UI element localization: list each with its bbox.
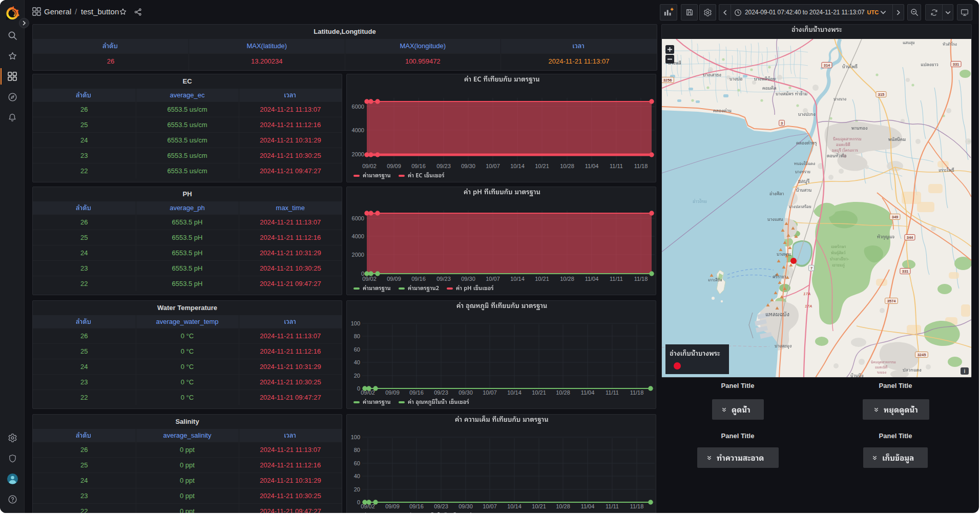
- svg-text:3245: 3245: [918, 353, 926, 357]
- svg-text:09/09: 09/09: [385, 503, 400, 509]
- svg-text:09/02: 09/02: [362, 163, 377, 169]
- svg-text:09/30: 09/30: [458, 389, 473, 396]
- svg-text:10/28: 10/28: [556, 503, 570, 509]
- svg-text:100: 100: [351, 320, 360, 326]
- svg-text:20: 20: [354, 373, 360, 379]
- svg-text:60: 60: [354, 346, 360, 353]
- svg-text:2000: 2000: [352, 151, 364, 157]
- svg-text:11/18: 11/18: [634, 276, 648, 282]
- svg-text:10/07: 10/07: [483, 503, 497, 509]
- svg-text:11/04: 11/04: [581, 503, 595, 509]
- svg-text:40: 40: [354, 473, 360, 479]
- svg-text:09/23: 09/23: [434, 503, 448, 509]
- svg-text:10/28: 10/28: [560, 163, 574, 169]
- svg-text:10/07: 10/07: [486, 276, 500, 282]
- svg-text:10/07: 10/07: [486, 163, 500, 169]
- svg-text:17A: 17A: [805, 304, 812, 309]
- svg-text:331: 331: [902, 269, 909, 274]
- svg-text:344: 344: [907, 235, 913, 240]
- svg-text:6000: 6000: [352, 104, 364, 110]
- svg-text:11/11: 11/11: [610, 276, 623, 282]
- svg-text:09/09: 09/09: [387, 276, 401, 282]
- svg-text:4000: 4000: [352, 127, 364, 133]
- svg-text:10/21: 10/21: [535, 163, 549, 169]
- svg-text:10/28: 10/28: [560, 276, 574, 282]
- svg-text:10/21: 10/21: [532, 503, 546, 509]
- svg-text:3574: 3574: [887, 299, 896, 303]
- svg-text:11/04: 11/04: [581, 389, 595, 396]
- svg-text:0: 0: [357, 499, 360, 505]
- svg-text:2000: 2000: [352, 252, 364, 258]
- svg-text:10/14: 10/14: [507, 503, 522, 509]
- svg-text:10/21: 10/21: [535, 276, 549, 282]
- svg-text:10/14: 10/14: [510, 276, 525, 282]
- svg-text:10/28: 10/28: [556, 389, 570, 396]
- svg-text:331: 331: [953, 62, 960, 67]
- svg-text:11/18: 11/18: [634, 163, 648, 169]
- svg-text:80: 80: [354, 447, 360, 453]
- svg-text:09/02: 09/02: [362, 276, 377, 282]
- svg-text:11/18: 11/18: [630, 503, 644, 509]
- svg-text:11/11: 11/11: [606, 389, 619, 396]
- svg-text:4000: 4000: [352, 233, 364, 239]
- svg-text:09/30: 09/30: [458, 503, 473, 509]
- svg-text:100: 100: [351, 434, 360, 440]
- svg-text:09/16: 09/16: [411, 276, 426, 282]
- svg-text:11/11: 11/11: [606, 503, 619, 509]
- svg-text:10/21: 10/21: [532, 389, 546, 396]
- svg-text:09/16: 09/16: [411, 163, 426, 169]
- svg-text:40: 40: [354, 359, 360, 365]
- svg-text:09/23: 09/23: [436, 163, 451, 169]
- svg-text:80: 80: [354, 333, 360, 339]
- svg-text:3: 3: [781, 121, 783, 126]
- svg-text:315: 315: [878, 92, 885, 97]
- svg-text:09/23: 09/23: [434, 389, 448, 396]
- svg-text:11/18: 11/18: [630, 389, 644, 396]
- svg-text:09/16: 09/16: [409, 503, 424, 509]
- svg-text:10/07: 10/07: [483, 389, 497, 396]
- svg-text:17A: 17A: [803, 292, 810, 296]
- svg-text:11/11: 11/11: [610, 163, 623, 169]
- svg-text:i: i: [964, 368, 966, 374]
- svg-text:09/30: 09/30: [461, 163, 475, 169]
- svg-text:09/09: 09/09: [385, 389, 400, 396]
- svg-text:09/09: 09/09: [387, 163, 401, 169]
- svg-text:20: 20: [354, 486, 360, 492]
- svg-text:0: 0: [357, 385, 360, 392]
- svg-text:11/04: 11/04: [585, 276, 599, 282]
- svg-text:10/14: 10/14: [507, 389, 522, 396]
- svg-text:7: 7: [810, 266, 812, 271]
- svg-text:314: 314: [824, 63, 830, 68]
- svg-text:349: 349: [892, 215, 899, 219]
- svg-text:3256: 3256: [663, 78, 672, 83]
- svg-text:09/23: 09/23: [436, 276, 451, 282]
- svg-text:10/14: 10/14: [510, 163, 525, 169]
- svg-text:60: 60: [354, 460, 360, 466]
- svg-text:09/30: 09/30: [461, 276, 475, 282]
- svg-text:6000: 6000: [352, 215, 364, 221]
- svg-text:09/16: 09/16: [409, 389, 424, 396]
- svg-text:11/04: 11/04: [585, 163, 599, 169]
